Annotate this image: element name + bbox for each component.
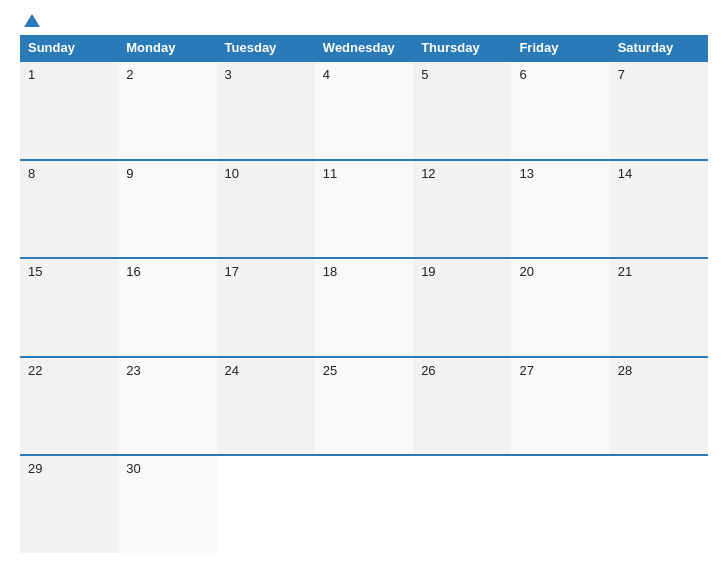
day-cell: 7 — [610, 62, 708, 159]
day-number: 1 — [28, 67, 35, 82]
week-row-4: 2930 — [20, 454, 708, 553]
header-thursday: Thursday — [413, 35, 511, 60]
day-number: 24 — [225, 363, 239, 378]
day-cell — [610, 456, 708, 553]
day-number: 26 — [421, 363, 435, 378]
day-cell: 3 — [217, 62, 315, 159]
day-number: 12 — [421, 166, 435, 181]
day-cell — [413, 456, 511, 553]
calendar-page: Sunday Monday Tuesday Wednesday Thursday… — [0, 0, 728, 563]
header-wednesday: Wednesday — [315, 35, 413, 60]
logo — [20, 18, 40, 25]
day-cell: 25 — [315, 358, 413, 455]
day-cell — [511, 456, 609, 553]
day-cell: 23 — [118, 358, 216, 455]
day-number: 22 — [28, 363, 42, 378]
calendar-body: 1234567891011121314151617181920212223242… — [20, 60, 708, 553]
day-cell: 28 — [610, 358, 708, 455]
logo-triangle-icon — [24, 14, 40, 27]
day-cell: 8 — [20, 161, 118, 258]
week-row-1: 891011121314 — [20, 159, 708, 258]
day-number: 23 — [126, 363, 140, 378]
day-cell: 5 — [413, 62, 511, 159]
day-number: 5 — [421, 67, 428, 82]
day-cell: 11 — [315, 161, 413, 258]
day-number: 6 — [519, 67, 526, 82]
day-cell: 6 — [511, 62, 609, 159]
day-cell: 9 — [118, 161, 216, 258]
day-number: 2 — [126, 67, 133, 82]
day-cell: 1 — [20, 62, 118, 159]
day-cell: 17 — [217, 259, 315, 356]
day-cell — [315, 456, 413, 553]
day-number: 3 — [225, 67, 232, 82]
day-number: 30 — [126, 461, 140, 476]
day-cell: 16 — [118, 259, 216, 356]
day-number: 16 — [126, 264, 140, 279]
day-number: 11 — [323, 166, 337, 181]
day-cell: 30 — [118, 456, 216, 553]
day-number: 10 — [225, 166, 239, 181]
day-number: 25 — [323, 363, 337, 378]
header-friday: Friday — [511, 35, 609, 60]
header-saturday: Saturday — [610, 35, 708, 60]
day-number: 14 — [618, 166, 632, 181]
day-cell: 13 — [511, 161, 609, 258]
day-cell: 4 — [315, 62, 413, 159]
day-number: 19 — [421, 264, 435, 279]
day-cell: 26 — [413, 358, 511, 455]
day-number: 29 — [28, 461, 42, 476]
day-cell: 24 — [217, 358, 315, 455]
day-cell: 21 — [610, 259, 708, 356]
day-headers-row: Sunday Monday Tuesday Wednesday Thursday… — [20, 35, 708, 60]
day-number: 4 — [323, 67, 330, 82]
header-sunday: Sunday — [20, 35, 118, 60]
header-tuesday: Tuesday — [217, 35, 315, 60]
week-row-2: 15161718192021 — [20, 257, 708, 356]
day-number: 18 — [323, 264, 337, 279]
day-number: 9 — [126, 166, 133, 181]
day-number: 13 — [519, 166, 533, 181]
day-number: 21 — [618, 264, 632, 279]
day-number: 8 — [28, 166, 35, 181]
day-cell: 29 — [20, 456, 118, 553]
day-cell: 20 — [511, 259, 609, 356]
header — [20, 18, 708, 25]
calendar: Sunday Monday Tuesday Wednesday Thursday… — [20, 35, 708, 553]
week-row-0: 1234567 — [20, 60, 708, 159]
day-cell: 12 — [413, 161, 511, 258]
day-cell: 18 — [315, 259, 413, 356]
day-number: 27 — [519, 363, 533, 378]
day-number: 17 — [225, 264, 239, 279]
day-cell: 27 — [511, 358, 609, 455]
day-cell: 15 — [20, 259, 118, 356]
day-cell — [217, 456, 315, 553]
day-number: 7 — [618, 67, 625, 82]
day-number: 28 — [618, 363, 632, 378]
header-monday: Monday — [118, 35, 216, 60]
day-cell: 22 — [20, 358, 118, 455]
day-cell: 10 — [217, 161, 315, 258]
day-number: 15 — [28, 264, 42, 279]
day-cell: 19 — [413, 259, 511, 356]
day-cell: 2 — [118, 62, 216, 159]
week-row-3: 22232425262728 — [20, 356, 708, 455]
day-cell: 14 — [610, 161, 708, 258]
day-number: 20 — [519, 264, 533, 279]
